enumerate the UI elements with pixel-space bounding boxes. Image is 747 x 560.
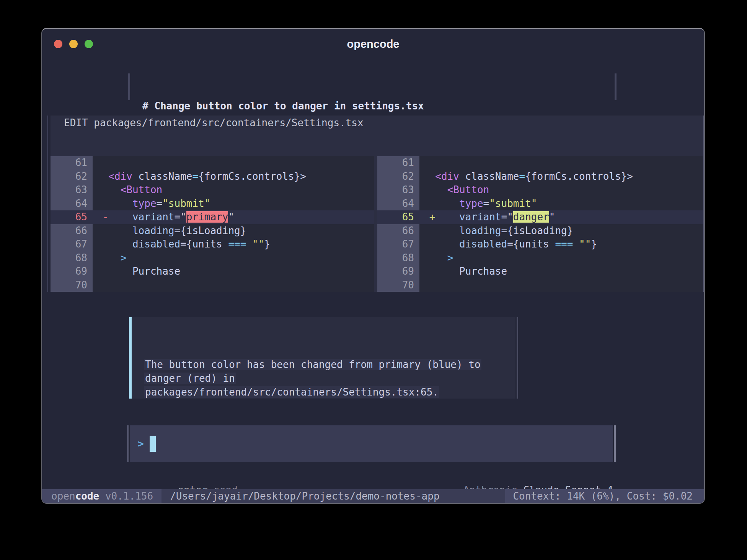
edit-card-scrollbar [703, 116, 705, 292]
diff-row: 65 - variant="primary" [51, 210, 374, 224]
app-name-code: code [75, 489, 99, 503]
diff-line-number: 61 [51, 156, 93, 170]
diff-row: 65 + variant="danger" [377, 210, 703, 224]
message-text-line: danger (red) in [144, 373, 236, 384]
prompt-title: # Change button color to danger in setti… [142, 99, 424, 112]
minimize-button[interactable] [69, 40, 78, 48]
message-line: The button color has been changed from p… [144, 358, 481, 371]
diff-line-number: 62 [377, 170, 419, 184]
diff-row: 62 <div className={formCs.controls}> [377, 170, 703, 184]
diff-code-line: <Button [419, 183, 703, 197]
diff-row: 69 Purchase [51, 265, 374, 278]
opencode-window: opencode # Change button color to danger… [41, 28, 705, 504]
diff-row: 64 type="submit" [51, 197, 374, 211]
input-prompt-char: > [138, 438, 144, 449]
diff-line-number: 70 [51, 278, 93, 292]
prompt-right-bar [615, 73, 617, 100]
diff-code-line: loading={isLoading} [419, 224, 703, 238]
diff-code-line [93, 278, 374, 292]
text-cursor [150, 436, 156, 452]
context-stats: Context: 14K (6%), Cost: $0.02 [505, 489, 704, 503]
diff-row: 68 > [377, 251, 703, 265]
diff-row: 66 loading={isLoading} [377, 224, 703, 238]
window-titlebar: opencode [42, 29, 704, 51]
diff-row: 67 disabled={units === ""} [377, 238, 703, 251]
diff-code-line: disabled={units === ""} [93, 238, 374, 251]
diff-row: 70 [377, 278, 703, 292]
diff-old-panel: 6162 <div className={formCs.controls}>63… [51, 156, 374, 292]
app-name-open: open [51, 489, 75, 503]
diff-code-line: disabled={units === ""} [419, 238, 703, 251]
user-prompt: # Change button color to danger in setti… [128, 73, 617, 100]
diff-line-number: 67 [377, 238, 419, 251]
diff-line-number: 61 [377, 156, 419, 170]
message-line: danger (red) in [144, 371, 481, 385]
diff-line-number: 65 [377, 210, 419, 224]
diff-line-number: 65 [51, 210, 93, 224]
diff-row: 63 <Button [377, 183, 703, 197]
diff-line-number: 69 [51, 265, 93, 278]
diff-code-line [419, 278, 703, 292]
diff-line-number: 67 [51, 238, 93, 251]
diff-code-line: > [419, 251, 703, 265]
diff-code-line: <Button [93, 183, 374, 197]
diff-code-line: > [93, 251, 374, 265]
diff-code-line: - variant="primary" [93, 210, 374, 224]
edit-header: EDIT packages/frontend/src/containers/Se… [51, 116, 703, 129]
edit-card: EDIT packages/frontend/src/containers/Se… [51, 116, 703, 292]
close-button[interactable] [54, 40, 62, 48]
diff-row: 66 loading={isLoading} [51, 224, 374, 238]
desktop-background: opencode # Change button color to danger… [0, 0, 747, 560]
message-text: The button color has been changed from p… [144, 358, 481, 399]
diff-code-line [93, 156, 374, 170]
message-text-line: packages/frontend/src/containers/Setting… [144, 386, 439, 398]
input-right-border [614, 425, 616, 462]
traffic-lights [54, 40, 93, 48]
message-scrollbar [517, 317, 518, 399]
zoom-button[interactable] [85, 40, 93, 48]
diff-line-number: 66 [51, 224, 93, 238]
diff-line-number: 64 [377, 197, 419, 211]
diff-code-line: type="submit" [419, 197, 703, 211]
diff-line-number: 63 [377, 183, 419, 197]
diff-code-line: + variant="danger" [419, 210, 703, 224]
window-title: opencode [42, 29, 704, 50]
diff-line-number: 64 [51, 197, 93, 211]
diff-code-line: Purchase [93, 265, 374, 278]
diff-row: 61 [377, 156, 703, 170]
app-version-segment: opencode v0.1.156 [42, 489, 161, 503]
app-version: v0.1.156 [99, 489, 153, 503]
diff-row: 61 [51, 156, 374, 170]
diff-code-line: <div className={formCs.controls}> [93, 170, 374, 184]
diff-line-number: 68 [51, 251, 93, 265]
diff-row: 70 [51, 278, 374, 292]
prompt-input[interactable]: > [130, 425, 613, 462]
diff-line-number: 66 [377, 224, 419, 238]
diff-code-line: loading={isLoading} [93, 224, 374, 238]
diff-new-panel: 6162 <div className={formCs.controls}>63… [377, 156, 703, 292]
project-path: /Users/jayair/Desktop/Projects/demo-note… [170, 489, 439, 503]
diff-line-number: 62 [51, 170, 93, 184]
diff-code-line: type="submit" [93, 197, 374, 211]
diff-code-line: <div className={formCs.controls}> [419, 170, 703, 184]
edit-card-left-border [47, 116, 48, 292]
message-line: packages/frontend/src/containers/Setting… [144, 385, 481, 399]
assistant-message: The button color has been changed from p… [129, 317, 515, 399]
diff-row: 69 Purchase [377, 265, 703, 278]
message-accent-bar [129, 317, 132, 399]
diff-code-line [419, 156, 703, 170]
diff-code-line: Purchase [419, 265, 703, 278]
diff-row: 62 <div className={formCs.controls}> [51, 170, 374, 184]
diff-view: 6162 <div className={formCs.controls}>63… [51, 156, 703, 292]
diff-row: 64 type="submit" [377, 197, 703, 211]
diff-line-number: 69 [377, 265, 419, 278]
diff-line-number: 70 [377, 278, 419, 292]
diff-row: 67 disabled={units === ""} [51, 238, 374, 251]
input-left-border [127, 425, 129, 462]
message-text-line: The button color has been changed from p… [144, 359, 481, 370]
diff-row: 68 > [51, 251, 374, 265]
status-bar: opencode v0.1.156 /Users/jayair/Desktop/… [42, 489, 704, 503]
diff-line-number: 68 [377, 251, 419, 265]
diff-row: 63 <Button [51, 183, 374, 197]
diff-line-number: 63 [51, 183, 93, 197]
